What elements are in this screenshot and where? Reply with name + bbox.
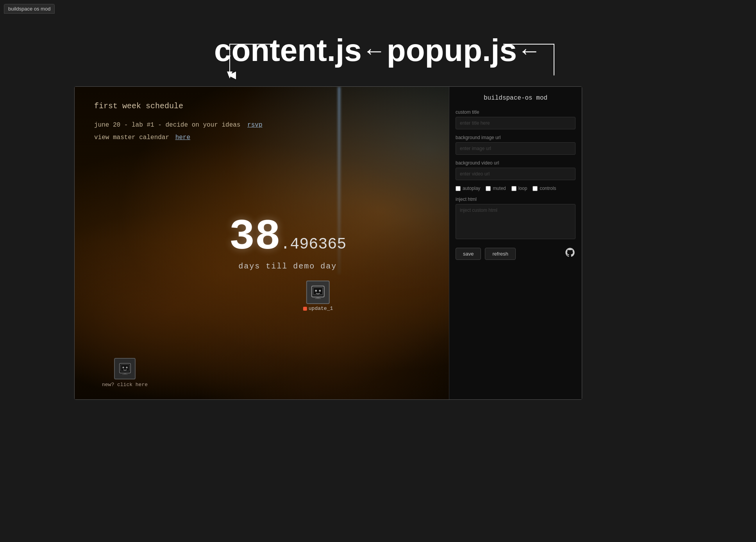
svg-point-11	[126, 367, 127, 368]
loop-label: loop	[518, 186, 527, 191]
svg-rect-7	[315, 298, 321, 299]
video-options-row: autoplay muted loop controls	[456, 186, 575, 191]
custom-title-label: custom title	[456, 109, 575, 115]
loop-checkbox[interactable]	[511, 186, 517, 191]
mascot-icon	[306, 281, 330, 304]
controls-checkbox[interactable]	[533, 186, 538, 191]
svg-point-4	[315, 290, 317, 292]
svg-point-10	[122, 367, 124, 368]
controls-label: controls	[540, 186, 556, 191]
content-area: first week schedule june 20 - lab #1 - d…	[75, 87, 582, 399]
inject-html-textarea[interactable]	[456, 204, 575, 239]
svg-rect-12	[123, 373, 126, 374]
save-button[interactable]: save	[456, 248, 481, 260]
popup-title: buildspace-os mod	[456, 95, 575, 102]
mascot-bottom-icon	[114, 358, 136, 379]
new-click-label[interactable]: new? click here	[102, 382, 148, 388]
bg-video-label: background video url	[456, 160, 575, 166]
action-buttons: save refresh	[456, 247, 575, 260]
mascot-text: update_1	[309, 306, 333, 311]
bg-image-group: background image url	[456, 135, 575, 155]
svg-rect-6	[316, 297, 320, 298]
popup-panel: buildspace-os mod custom title backgroun…	[449, 87, 582, 399]
schedule-text: june 20 - lab #1 - decide on your ideas	[94, 122, 240, 129]
github-icon[interactable]	[565, 247, 575, 260]
svg-point-5	[319, 290, 321, 292]
diagram-area: content.js ← popup.js ←	[4, 14, 752, 86]
calendar-line: view master calendar here	[94, 131, 262, 144]
refresh-button[interactable]: refresh	[485, 248, 515, 260]
bg-image-label: background image url	[456, 135, 575, 140]
countdown-label: days till demo day	[229, 262, 346, 271]
autoplay-checkbox[interactable]	[456, 186, 461, 191]
here-link[interactable]: here	[175, 134, 190, 141]
content-text-area: first week schedule june 20 - lab #1 - d…	[94, 98, 262, 144]
countdown-display: 38.496365	[229, 216, 346, 259]
inject-html-group: inject html	[456, 197, 575, 241]
schedule-line: june 20 - lab #1 - decide on your ideas …	[94, 119, 262, 131]
bg-video-group: background video url	[456, 160, 575, 180]
diagram-arrows	[163, 21, 593, 83]
bg-video-input[interactable]	[456, 168, 575, 180]
calendar-text: view master calendar	[94, 134, 169, 141]
update-dot	[303, 307, 307, 311]
rsvp-link[interactable]: rsvp	[247, 122, 262, 129]
mascot-label: update_1	[303, 306, 333, 311]
countdown-number: 38	[229, 213, 281, 261]
controls-option[interactable]: controls	[533, 186, 556, 191]
tab-label: buildspace os mod	[8, 6, 50, 12]
custom-title-input[interactable]	[456, 117, 575, 129]
main-screenshot: first week schedule june 20 - lab #1 - d…	[74, 86, 582, 400]
autoplay-label: autoplay	[463, 186, 480, 191]
schedule-title: first week schedule	[94, 98, 262, 114]
inject-html-label: inject html	[456, 197, 575, 202]
custom-title-group: custom title	[456, 109, 575, 129]
browser-tab[interactable]: buildspace os mod	[4, 4, 55, 14]
svg-marker-0	[227, 72, 232, 79]
mascot-center: update_1	[303, 281, 333, 311]
mascot-bottom: new? click here	[102, 358, 148, 388]
muted-option[interactable]: muted	[486, 186, 506, 191]
countdown-decimal: .496365	[281, 236, 346, 253]
autoplay-option[interactable]: autoplay	[456, 186, 480, 191]
muted-checkbox[interactable]	[486, 186, 491, 191]
svg-rect-13	[122, 374, 127, 375]
bg-image-input[interactable]	[456, 142, 575, 155]
countdown-section: 38.496365 days till demo day	[229, 216, 346, 271]
loop-option[interactable]: loop	[511, 186, 527, 191]
muted-label: muted	[493, 186, 506, 191]
